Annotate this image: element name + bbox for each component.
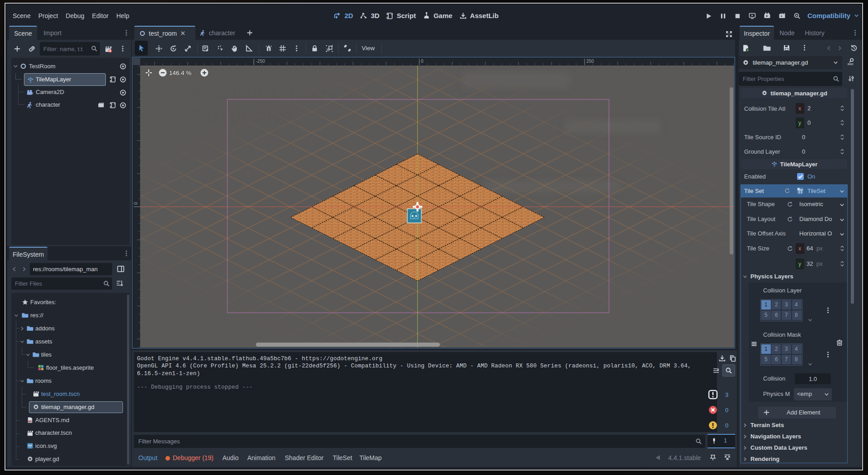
- svg-text:-250: -250: [256, 59, 265, 64]
- svg-text:0: 0: [133, 202, 138, 205]
- svg-text:146.4 %: 146.4 %: [169, 70, 192, 76]
- svg-text:Perspective: Perspective: [191, 106, 292, 126]
- svg-text:250: 250: [586, 59, 594, 64]
- svg-text:Problem 1: Isometric: Problem 1: Isometric: [191, 83, 370, 103]
- svg-text:0: 0: [421, 59, 424, 64]
- svg-text:DOC: DOC: [848, 63, 854, 66]
- svg-text:TXT: TXT: [29, 421, 33, 423]
